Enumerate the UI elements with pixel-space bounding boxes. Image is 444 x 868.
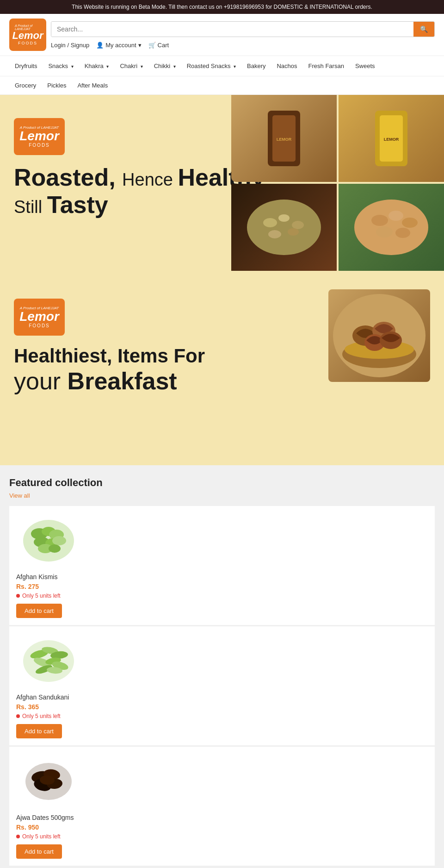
featured-section: Featured collection View all Afghan Kism… bbox=[0, 465, 444, 868]
view-all-link[interactable]: View all bbox=[9, 492, 30, 499]
svg-point-11 bbox=[288, 228, 299, 236]
add-to-cart-dates[interactable]: Add to cart bbox=[16, 844, 62, 859]
hero-product-img-almonds bbox=[339, 184, 444, 271]
stock-text-kismis: Only 5 units left bbox=[22, 593, 61, 599]
stock-text-sandukani: Only 5 units left bbox=[22, 713, 61, 719]
hero-product-img-pistachio bbox=[231, 184, 337, 271]
svg-point-12 bbox=[354, 200, 428, 255]
nav-item-bakery[interactable]: Bakery bbox=[241, 56, 271, 76]
search-input[interactable] bbox=[51, 22, 413, 37]
nav-link-roasted-snacks[interactable]: Roasted Snacks ▾ bbox=[181, 56, 241, 76]
svg-point-31 bbox=[52, 536, 66, 545]
hero-logo-box-1: A Product of LAHEJJAT Lemor FOODS bbox=[14, 118, 65, 155]
add-to-cart-sandukani[interactable]: Add to cart bbox=[16, 724, 62, 738]
stock-dot-dates bbox=[16, 835, 20, 838]
nav-link-bakery[interactable]: Bakery bbox=[241, 56, 271, 76]
chevron-down-icon: ▾ bbox=[234, 64, 236, 69]
product-price-kismis: Rs. 275 bbox=[16, 583, 428, 590]
logo-foods: FOODS bbox=[18, 41, 37, 45]
add-to-cart-kismis[interactable]: Add to cart bbox=[16, 604, 62, 618]
chevron-down-icon: ▾ bbox=[138, 42, 142, 49]
account-cart-area: Login / Signup 👤 My account ▾ 🛒 Cart bbox=[51, 42, 435, 49]
svg-point-17 bbox=[395, 228, 410, 238]
hero-banner: A Product of LAHEJJAT Lemor FOODS Roaste… bbox=[0, 95, 444, 465]
hero-slide-2: A Product of LAHEJJAT Lemor FOODS Health… bbox=[0, 280, 444, 442]
svg-point-8 bbox=[278, 214, 290, 222]
search-button[interactable]: 🔍 bbox=[413, 22, 434, 37]
nav-link-chakri[interactable]: Chakri ▾ bbox=[114, 56, 148, 76]
nav-link-sweets[interactable]: Sweets bbox=[350, 56, 381, 76]
nav-item-chakri[interactable]: Chakri ▾ bbox=[114, 56, 148, 76]
nav-item-nachos[interactable]: Nachos bbox=[271, 56, 302, 76]
nav-link-chikki[interactable]: Chikki ▾ bbox=[148, 56, 181, 76]
hero-slide-1: A Product of LAHEJJAT Lemor FOODS Roaste… bbox=[0, 95, 444, 280]
stock-text-dates: Only 5 units left bbox=[22, 833, 61, 840]
cart-link[interactable]: 🛒 Cart bbox=[148, 42, 169, 49]
hero-product-img-1: LEMOR bbox=[231, 95, 337, 182]
product-stock-kismis: Only 5 units left bbox=[16, 593, 428, 599]
nav-item-khakra[interactable]: Khakra ▾ bbox=[79, 56, 115, 76]
stock-dot-kismis bbox=[16, 594, 20, 598]
nav-link-grocery[interactable]: Grocery bbox=[9, 76, 42, 94]
product-stock-dates: Only 5 units left bbox=[16, 833, 428, 840]
nav-item-roasted-snacks[interactable]: Roasted Snacks ▾ bbox=[181, 56, 241, 76]
hero-logo-foods-1: FOODS bbox=[29, 143, 50, 148]
svg-point-15 bbox=[402, 218, 418, 228]
nav-link-fresh-farsan[interactable]: Fresh Farsan bbox=[303, 56, 350, 76]
svg-text:LEMOR: LEMOR bbox=[277, 137, 292, 142]
product-name-kismis: Afghan Kismis bbox=[16, 573, 428, 581]
product-price-sandukani: Rs. 365 bbox=[16, 703, 428, 711]
nav-row2: Grocery Pickles After Meals bbox=[0, 76, 444, 95]
nav-link-nachos[interactable]: Nachos bbox=[271, 56, 302, 76]
svg-point-6 bbox=[247, 200, 321, 255]
nav-link-khakra[interactable]: Khakra ▾ bbox=[79, 56, 115, 76]
products-grid: Afghan Kismis Rs. 275 Only 5 units left … bbox=[9, 506, 435, 867]
svg-point-33 bbox=[49, 544, 61, 553]
banner-text: This Website is running on Beta Mode. Ti… bbox=[72, 4, 372, 10]
chevron-down-icon: ▾ bbox=[173, 64, 176, 69]
chevron-down-icon: ▾ bbox=[141, 64, 143, 69]
svg-text:LEMOR: LEMOR bbox=[384, 137, 399, 142]
search-area: 🔍 Login / Signup 👤 My account ▾ 🛒 Cart bbox=[51, 21, 435, 49]
nav-link-pickles[interactable]: Pickles bbox=[42, 76, 72, 94]
hero-walnut-image bbox=[328, 289, 430, 382]
hero-logo-lemor-2: Lemor bbox=[19, 310, 59, 323]
logo[interactable]: A Product of LAHEJJAT Lemor FOODS bbox=[9, 19, 46, 51]
logo-lemor: Lemor bbox=[12, 31, 43, 41]
nav-link-after-meals[interactable]: After Meals bbox=[72, 76, 113, 94]
nav-item-chikki[interactable]: Chikki ▾ bbox=[148, 56, 181, 76]
nav-item-dryfruits[interactable]: Dryfruits bbox=[9, 56, 43, 76]
svg-point-7 bbox=[263, 218, 277, 227]
nav-link-snacks[interactable]: Snacks ▾ bbox=[43, 56, 79, 76]
my-account-link[interactable]: 👤 My account ▾ bbox=[96, 42, 141, 49]
hero-product-images: LEMOR LEMOR bbox=[231, 95, 444, 271]
svg-point-14 bbox=[388, 211, 403, 221]
product-image-sandukani bbox=[16, 633, 81, 689]
chevron-down-icon: ▾ bbox=[106, 64, 109, 69]
hero-logo-foods-2: FOODS bbox=[29, 323, 50, 328]
nav-items-row1: Dryfruits Snacks ▾ Khakra ▾ Chakri ▾ Chi… bbox=[9, 56, 435, 76]
svg-point-9 bbox=[292, 221, 304, 229]
hero-logo-box-2: A Product of LAHEJJAT Lemor FOODS bbox=[14, 299, 65, 336]
svg-point-13 bbox=[371, 215, 388, 226]
nav-item-sweets[interactable]: Sweets bbox=[350, 56, 381, 76]
nav-item-snacks[interactable]: Snacks ▾ bbox=[43, 56, 79, 76]
product-image-kismis bbox=[16, 513, 81, 568]
svg-point-16 bbox=[376, 226, 393, 237]
product-name-dates: Ajwa Dates 500gms bbox=[16, 814, 428, 821]
search-bar: 🔍 bbox=[51, 21, 435, 37]
login-signup-label: Login / Signup bbox=[51, 42, 89, 49]
product-card-sandukani: Afghan Sandukani Rs. 365 Only 5 units le… bbox=[9, 626, 435, 745]
top-banner: This Website is running on Beta Mode. Ti… bbox=[0, 0, 444, 14]
nav-link-dryfruits[interactable]: Dryfruits bbox=[9, 56, 43, 76]
hero-logo-lemor-1: Lemor bbox=[19, 130, 59, 143]
stock-dot-sandukani bbox=[16, 714, 20, 718]
hero-product-img-2: LEMOR bbox=[339, 95, 444, 182]
login-signup-link[interactable]: Login / Signup bbox=[51, 42, 89, 49]
product-card-kismis: Afghan Kismis Rs. 275 Only 5 units left … bbox=[9, 506, 435, 625]
nav-item-fresh-farsan[interactable]: Fresh Farsan bbox=[303, 56, 350, 76]
featured-title: Featured collection bbox=[9, 477, 435, 489]
product-image-dates bbox=[16, 754, 81, 809]
my-account-label: My account bbox=[105, 42, 136, 49]
chevron-down-icon: ▾ bbox=[71, 64, 74, 69]
